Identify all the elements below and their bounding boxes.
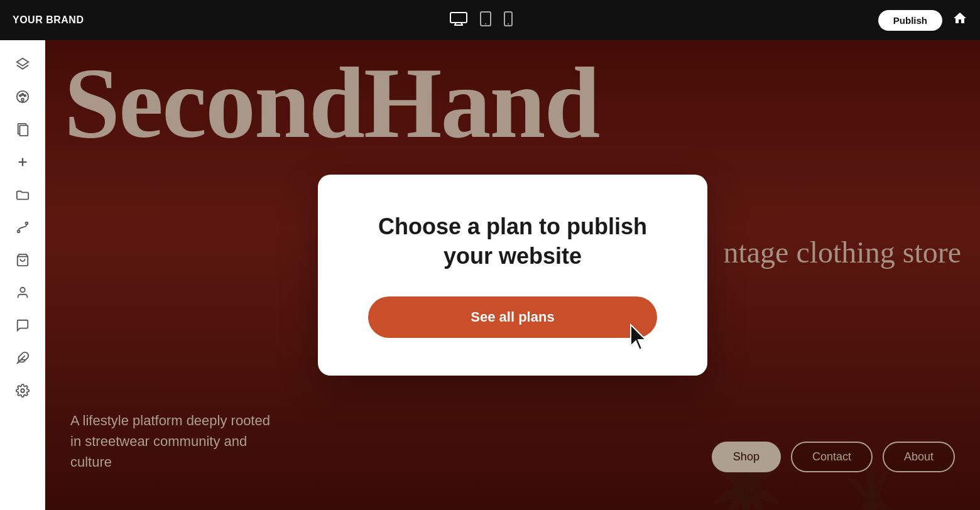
svg-point-23	[21, 389, 24, 393]
main-content: SecondHand ntage clothing store	[45, 40, 980, 510]
brand-name: YOUR BRAND	[13, 14, 84, 26]
svg-point-17	[17, 231, 19, 233]
home-icon[interactable]	[952, 11, 967, 30]
svg-point-12	[24, 95, 26, 97]
device-switcher	[450, 11, 513, 30]
svg-marker-8	[16, 58, 28, 66]
sidebar-item-store[interactable]	[9, 246, 36, 274]
publish-modal: Choose a plan to publish your website Se…	[318, 175, 707, 376]
modal-title: Choose a plan to publish your website	[368, 212, 657, 271]
svg-point-18	[25, 222, 28, 225]
sidebar-item-apps[interactable]	[9, 344, 36, 372]
desktop-icon[interactable]	[450, 12, 467, 29]
tablet-icon[interactable]	[480, 11, 491, 30]
sidebar-item-design[interactable]	[9, 83, 36, 111]
see-plans-button[interactable]: See all plans	[368, 296, 657, 338]
svg-rect-14	[19, 126, 28, 136]
topbar: YOUR BRAND Publish	[0, 0, 980, 40]
sidebar-item-path[interactable]	[9, 214, 36, 241]
svg-point-9	[16, 91, 28, 102]
publish-button[interactable]: Publish	[878, 10, 942, 31]
svg-point-7	[508, 23, 509, 24]
sidebar-item-add[interactable]	[9, 148, 36, 176]
sidebar-item-settings[interactable]	[9, 377, 36, 404]
sidebar-item-pages[interactable]	[9, 116, 36, 143]
svg-point-20	[20, 288, 24, 292]
topbar-right: Publish	[878, 10, 967, 31]
svg-rect-0	[450, 13, 467, 23]
svg-point-10	[19, 95, 21, 97]
sidebar	[0, 40, 45, 510]
svg-point-11	[21, 94, 23, 95]
mobile-icon[interactable]	[504, 11, 513, 30]
svg-point-5	[485, 23, 486, 24]
sidebar-item-chat[interactable]	[9, 312, 36, 339]
sidebar-item-media[interactable]	[9, 181, 36, 209]
sidebar-item-cms[interactable]	[9, 279, 36, 307]
sidebar-item-layers[interactable]	[9, 50, 36, 78]
modal-overlay: Choose a plan to publish your website Se…	[45, 40, 980, 510]
